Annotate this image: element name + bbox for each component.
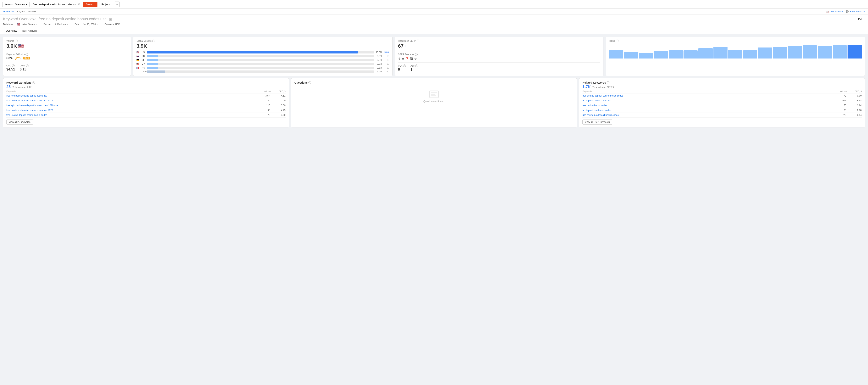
cpc-info-icon[interactable]: i <box>12 64 15 67</box>
breadcrumb-bar: Dashboard > Keyword Overview 📖 User manu… <box>0 9 868 15</box>
pla-section: PLA i 0 <box>398 64 406 71</box>
rk-link-2[interactable]: no deposit bonus codes usa <box>582 99 838 102</box>
kv-link-5[interactable]: free usa no deposit casino bonus codes <box>6 114 262 116</box>
dropdown-arrow-icon: ▾ <box>26 3 27 6</box>
kv-nums-2: 140 0.00 <box>262 99 286 102</box>
add-project-button[interactable]: + <box>115 2 120 7</box>
keyword-overview-dropdown[interactable]: Keyword Overview ▾ <box>2 2 30 7</box>
trend-bar-4 <box>669 50 683 59</box>
gv-bar-my <box>147 63 374 65</box>
kv-nums-5: 70 0.00 <box>262 114 286 116</box>
date-filter[interactable]: Jul 13, 2020 ▾ <box>83 23 98 26</box>
us-flag-icon: 🇺🇸 <box>136 51 140 54</box>
pla-ads-row: PLA i 0 Ads i 1 <box>398 64 600 71</box>
com-info-icon[interactable]: i <box>26 64 29 67</box>
keyword-variations-card: Keyword Variations i 25 Total volume: 4.… <box>3 78 289 127</box>
kv-nums-1: 3.6K 4.51 <box>262 94 286 97</box>
trend-bar-0 <box>609 50 623 59</box>
global-volume-info-icon[interactable]: i <box>152 39 155 42</box>
questions-card: Questions i Questions not found. <box>291 78 577 127</box>
ads-label: Ads i <box>410 64 418 67</box>
global-volume-value: 3.9K <box>136 43 389 49</box>
gv-code-ru: RU <box>142 55 145 58</box>
trend-bar-12 <box>788 46 802 59</box>
rk-link-4[interactable]: no deposit usa bonus codes <box>582 109 838 112</box>
view-all-keywords-button[interactable]: View all 25 keywords <box>6 120 33 124</box>
rk-info-icon[interactable]: i <box>607 81 610 84</box>
device-filter[interactable]: 🖥 Desktop ▾ <box>54 23 68 26</box>
pla-info-icon[interactable]: i <box>403 64 406 67</box>
keyword-overview-label: Keyword Overview <box>4 3 25 6</box>
breadcrumb-dashboard[interactable]: Dashboard <box>3 10 14 13</box>
image-icon: 🖼 <box>410 57 413 60</box>
kv-link-4[interactable]: free no deposit casino bonus codes usa 2… <box>6 109 262 112</box>
ads-value: 1 <box>410 67 418 71</box>
projects-button[interactable]: Projects <box>99 2 113 7</box>
rk-table-header: Keywords Volume CPC, $ <box>582 89 862 93</box>
kv-info-icon[interactable]: i <box>32 81 35 84</box>
questions-info-icon[interactable]: i <box>308 81 311 84</box>
rk-nums-1: 70 0.00 <box>838 94 862 97</box>
trend-bar-6 <box>699 48 712 59</box>
gv-bar-us <box>147 51 374 54</box>
trend-info-icon[interactable]: i <box>616 39 619 42</box>
gv-pct-de: 0.3% <box>375 59 382 61</box>
database-label: Database: <box>3 23 14 26</box>
search-input[interactable] <box>31 2 81 7</box>
gv-code-my: MY <box>142 63 145 65</box>
search-button[interactable]: Search <box>83 2 97 7</box>
trend-bar-2 <box>639 53 653 59</box>
pdf-button[interactable]: PDF <box>856 17 865 21</box>
related-keywords-title: Related Keywords i <box>582 81 862 84</box>
kd-label: Keyword Difficulty i <box>6 53 128 56</box>
trend-bar-7 <box>713 47 727 59</box>
kd-gauge-icon <box>15 56 22 60</box>
serp-features-info-icon[interactable]: i <box>415 53 417 56</box>
view-all-related-button[interactable]: View all 1,681 keywords <box>582 120 612 124</box>
gv-code-us: US <box>142 51 145 54</box>
kv-row-4: free no deposit casino bonus codes usa 2… <box>6 108 286 113</box>
gv-vol-de: 10 <box>384 59 389 61</box>
user-manual-link[interactable]: 📖 User manual <box>826 10 843 13</box>
tab-bulk-analysis[interactable]: Bulk Analysis <box>20 28 40 34</box>
gv-pct-fr: 0.3% <box>375 66 382 69</box>
kv-link-1[interactable]: free no deposit casino bonus codes usa <box>6 94 262 97</box>
gv-vol-other: 230 <box>384 70 389 73</box>
breadcrumb: Dashboard > Keyword Overview <box>3 10 36 13</box>
ru-flag-icon: 🇷🇺 <box>136 55 140 58</box>
com-value: 0.13 <box>20 67 29 71</box>
rk-row-4: no deposit usa bonus codes 70 0.00 <box>582 108 862 113</box>
rk-count-row: 1.7K Total volume: 322.2K <box>582 85 862 89</box>
send-feedback-link[interactable]: 💬 Send feedback <box>846 10 865 13</box>
question-circle-icon: ❓ <box>405 57 409 60</box>
gv-vol-fr: 10 <box>384 66 389 69</box>
gv-row-ru: 🇷🇺 RU 0.3% 10 <box>136 55 389 58</box>
kv-row-2: free no deposit casino bonus codes usa 2… <box>6 98 286 103</box>
bottom-row: Keyword Variations i 25 Total volume: 4.… <box>3 78 865 127</box>
serp-info-icon[interactable]: i <box>416 39 419 42</box>
gv-pct-other: 5.9% <box>375 70 382 73</box>
crown-icon: ♛ <box>398 57 401 60</box>
volume-info-icon[interactable]: i <box>15 39 18 42</box>
kv-link-2[interactable]: free no deposit casino bonus codes usa 2… <box>6 99 262 102</box>
rk-link-1[interactable]: free usa no deposit casino bonus codes <box>582 94 838 97</box>
kv-nums-3: 110 0.00 <box>262 104 286 107</box>
kd-info-icon[interactable]: i <box>26 53 28 56</box>
rk-nums-2: 3.6K 4.48 <box>838 99 862 102</box>
breadcrumb-separator: > <box>15 10 17 13</box>
tab-overview[interactable]: Overview <box>3 28 20 34</box>
clear-search-button[interactable]: ✕ <box>78 3 80 6</box>
ads-info-icon[interactable]: i <box>415 64 418 67</box>
rk-link-5[interactable]: usa casino no deposit bonus codes <box>582 114 838 116</box>
kv-total-volume: Total volume: 4.1K <box>12 86 32 89</box>
database-filter[interactable]: 🇺🇸 United States ▾ <box>17 23 37 26</box>
rk-count: 1.7K <box>582 85 590 89</box>
add-keyword-button[interactable]: + <box>109 18 112 21</box>
rk-row-3: usa casino bonus codes 70 2.84 <box>582 103 862 108</box>
rk-row-1: free usa no deposit casino bonus codes 7… <box>582 93 862 98</box>
star-icon: ★ <box>402 57 404 60</box>
global-volume-label: Global Volume i <box>136 39 389 42</box>
rk-link-3[interactable]: usa casino bonus codes <box>582 104 838 107</box>
kv-link-3[interactable]: free spin casino no deposit bonus codes … <box>6 104 262 107</box>
gv-other-label: Other <box>142 70 145 73</box>
